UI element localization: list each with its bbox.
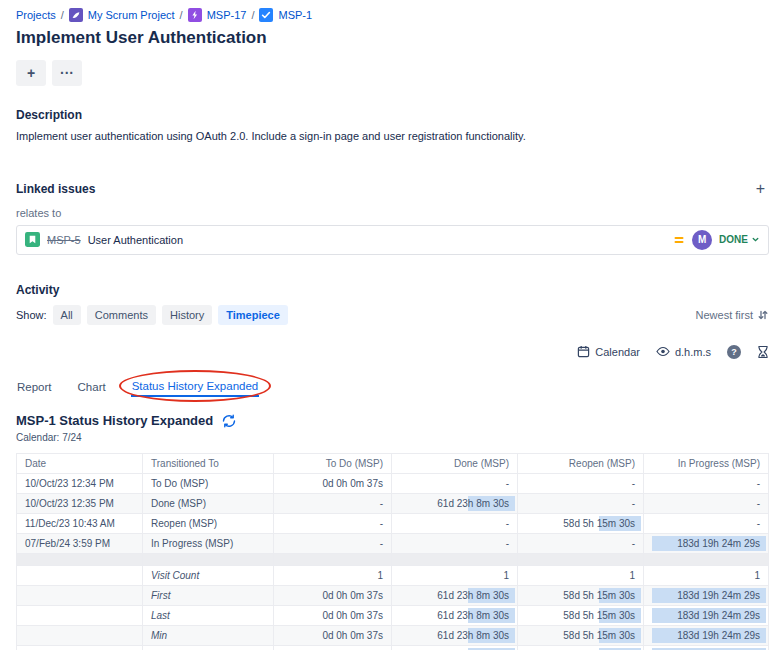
table-cell: 61d 23h 8m 30s	[392, 625, 518, 645]
table-cell	[17, 565, 143, 585]
filter-history[interactable]: History	[162, 305, 212, 325]
filter-timepiece[interactable]: Timepiece	[218, 305, 288, 325]
cell-text: 183d 19h 24m 29s	[677, 538, 760, 549]
table-row: Min0d 0h 0m 37s61d 23h 8m 30s58d 5h 15m …	[17, 625, 769, 645]
table-cell: 1	[644, 565, 769, 585]
breadcrumb-separator: /	[61, 9, 64, 21]
table-cell: 58d 5h 15m 30s	[518, 625, 644, 645]
epic-icon	[188, 8, 202, 22]
cell-text: -	[632, 498, 635, 509]
description-heading: Description	[16, 108, 769, 122]
table-cell: -	[644, 513, 769, 533]
help-button[interactable]: ?	[727, 345, 741, 359]
table-cell: 10/Oct/23 12:35 PM	[17, 493, 143, 513]
linked-issue-row[interactable]: MSP-5 User Authentication M DONE	[16, 225, 769, 255]
spacer-cell	[644, 553, 769, 565]
refresh-icon	[222, 414, 236, 428]
activity-heading: Activity	[16, 283, 769, 297]
timepiece-toolbar: Calendar d.h.m.s ?	[16, 345, 769, 359]
cell-text: 0d 0h 0m 37s	[322, 590, 383, 601]
tab-status-history-expanded[interactable]: Status History Expanded	[131, 377, 260, 397]
table-cell	[17, 605, 143, 625]
table-cell: -	[274, 513, 392, 533]
table-cell: -	[274, 493, 392, 513]
cell-text: Reopen (MSP)	[151, 518, 217, 529]
cell-text: -	[757, 518, 760, 529]
cell-text: 58d 5h 15m 30s	[563, 610, 635, 621]
spacer-cell	[17, 553, 143, 565]
cell-text: Done (MSP)	[151, 498, 206, 509]
table-header-row: Date Transitioned To To Do (MSP) Done (M…	[17, 453, 769, 473]
table-cell: 0d 0h 0m 37s	[274, 605, 392, 625]
table-cell: 61d 23h 8m 30s	[392, 585, 518, 605]
cell-text: 11/Dec/23 10:43 AM	[25, 518, 115, 529]
issue-page: Projects / My Scrum Project / MSP-17 / M…	[0, 0, 783, 650]
project-avatar-icon	[69, 8, 83, 22]
cell-text: 07/Feb/24 3:59 PM	[25, 538, 110, 549]
calendar-button[interactable]: Calendar	[577, 345, 640, 358]
table-cell: 183d 19h 24m 29s	[644, 585, 769, 605]
sort-order-button[interactable]: Newest first	[696, 309, 769, 321]
table-cell: Max	[143, 645, 274, 650]
table-cell	[17, 585, 143, 605]
hourglass-icon	[757, 345, 769, 359]
refresh-button[interactable]	[221, 413, 237, 429]
spacer-cell	[392, 553, 518, 565]
table-cell: -	[392, 513, 518, 533]
calendar-icon	[577, 345, 590, 358]
table-cell: -	[644, 493, 769, 513]
col-todo: To Do (MSP)	[274, 453, 392, 473]
status-dropdown[interactable]: DONE	[719, 234, 760, 245]
status-history-table: Date Transitioned To To Do (MSP) Done (M…	[16, 453, 769, 650]
table-cell: 183d 19h 24m 29s	[644, 533, 769, 553]
table-cell: To Do (MSP)	[143, 473, 274, 493]
linked-issue-summary[interactable]: User Authentication	[88, 234, 183, 246]
cell-text: First	[151, 590, 170, 601]
assignee-avatar[interactable]: M	[692, 230, 712, 250]
add-linked-issue-button[interactable]: +	[752, 179, 769, 199]
col-done: Done (MSP)	[392, 453, 518, 473]
time-format-label: d.h.m.s	[675, 346, 711, 358]
table-cell: 0d 0h 0m 37s	[274, 645, 392, 650]
table-row: Last0d 0h 0m 37s61d 23h 8m 30s58d 5h 15m…	[17, 605, 769, 625]
tab-chart[interactable]: Chart	[77, 378, 107, 396]
table-cell: First	[143, 585, 274, 605]
cell-text: To Do (MSP)	[151, 478, 208, 489]
col-transitioned-to: Transitioned To	[143, 453, 274, 473]
table-cell: Min	[143, 625, 274, 645]
cell-text: -	[380, 498, 383, 509]
linked-issue-key[interactable]: MSP-5	[47, 234, 81, 246]
breadcrumb-projects-link[interactable]: Projects	[16, 9, 56, 21]
filter-comments[interactable]: Comments	[87, 305, 156, 325]
cell-text: 10/Oct/23 12:35 PM	[25, 498, 114, 509]
task-icon	[259, 8, 273, 22]
cell-text: -	[380, 538, 383, 549]
calendar-note: Calendar: 7/24	[16, 432, 769, 443]
cell-text: 61d 23h 8m 30s	[437, 610, 509, 621]
chevron-down-icon	[751, 235, 760, 244]
table-row: Visit Count1111	[17, 565, 769, 585]
breadcrumb-issue-link[interactable]: MSP-1	[278, 9, 312, 21]
breadcrumb-separator: /	[180, 9, 183, 21]
tab-report[interactable]: Report	[16, 378, 53, 396]
breadcrumb-parent-link[interactable]: MSP-17	[207, 9, 247, 21]
timepiece-logo-button[interactable]	[757, 345, 769, 359]
table-cell: -	[518, 473, 644, 493]
table-cell: -	[644, 473, 769, 493]
cell-text: 1	[629, 570, 635, 581]
filter-all[interactable]: All	[53, 305, 81, 325]
time-format-button[interactable]: d.h.m.s	[656, 346, 711, 358]
show-label: Show:	[16, 309, 47, 321]
status-table-body: 10/Oct/23 12:34 PMTo Do (MSP)0d 0h 0m 37…	[17, 473, 769, 650]
table-cell: 183d 19h 24m 29s	[644, 605, 769, 625]
cell-text: 0d 0h 0m 37s	[322, 478, 383, 489]
cell-text: -	[506, 538, 509, 549]
more-actions-button[interactable]: ···	[52, 60, 82, 86]
cell-text: -	[506, 518, 509, 529]
add-button[interactable]: +	[16, 60, 46, 86]
table-cell: Visit Count	[143, 565, 274, 585]
breadcrumb-project-link[interactable]: My Scrum Project	[88, 9, 175, 21]
cell-text: Visit Count	[151, 570, 199, 581]
activity-filter-bar: Show: All Comments History Timepiece New…	[16, 305, 769, 325]
report-title: MSP-1 Status History Expanded	[16, 413, 213, 428]
